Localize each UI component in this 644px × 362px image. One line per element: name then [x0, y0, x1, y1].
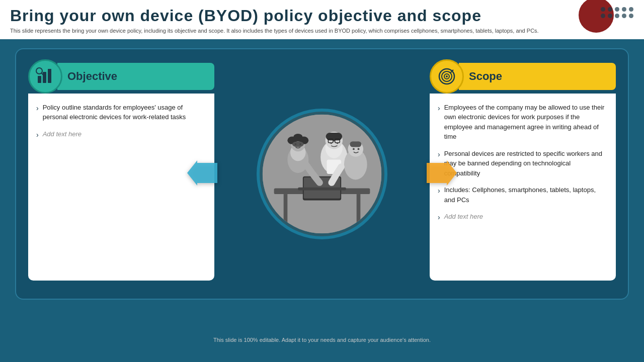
objective-title-bg: Objective: [57, 63, 214, 90]
scope-panel: Scope › Employees of the company may be …: [430, 59, 616, 289]
footer-text: This slide is 100% editable. Adapt it to…: [213, 337, 431, 343]
page-title: Bring your own device (BYOD) policy obje…: [10, 6, 634, 25]
scope-bullet-2: › Personal devices are restricted to spe…: [438, 149, 608, 178]
scope-bullet-arrow-4: ›: [438, 212, 440, 223]
left-arrow-icon: [187, 160, 217, 186]
scope-bullet-3: › Includes: Cellphones, smartphones, tab…: [438, 185, 608, 205]
center-section: [214, 109, 430, 239]
svg-rect-0: [38, 76, 41, 83]
svg-marker-39: [427, 160, 457, 186]
svg-point-37: [353, 148, 355, 150]
svg-rect-2: [48, 69, 51, 83]
center-image: [257, 109, 387, 239]
right-arrow: [427, 160, 457, 188]
svg-rect-1: [43, 72, 46, 83]
scope-title-bg: Scope: [459, 63, 616, 90]
content-box: Objective › Policy outline standards for…: [15, 48, 629, 300]
left-arrow: [187, 160, 217, 188]
objective-card: › Policy outline standards for employees…: [28, 94, 214, 281]
header-dots: [601, 7, 634, 18]
svg-point-32: [337, 142, 338, 144]
svg-point-31: [331, 142, 332, 144]
svg-point-43: [446, 75, 448, 77]
scope-bullet-4: › Add text here: [438, 212, 608, 223]
objective-icon-circle: [28, 59, 62, 94]
scope-bullet-arrow-2: ›: [438, 149, 440, 160]
svg-point-21: [292, 141, 304, 147]
svg-point-23: [299, 143, 301, 145]
scope-icon-circle: [430, 59, 464, 94]
bullet-arrow-icon: ›: [36, 103, 39, 114]
scope-bullet-arrow-1: ›: [438, 103, 440, 114]
svg-rect-14: [298, 187, 346, 190]
bullet-arrow-icon-2: ›: [36, 130, 39, 140]
people-illustration: [260, 112, 384, 236]
scope-icon: [437, 67, 456, 86]
objective-title: Objective: [67, 70, 117, 82]
svg-rect-10: [284, 194, 288, 223]
objective-header: Objective: [28, 59, 214, 94]
right-arrow-icon: [427, 160, 457, 186]
main-content: Objective › Policy outline standards for…: [0, 39, 644, 347]
svg-rect-8: [260, 112, 384, 236]
header: Bring your own device (BYOD) policy obje…: [0, 0, 644, 39]
objective-bullet-2: › Add text here: [36, 129, 206, 140]
header-subtitle: This slide represents the bring your own…: [10, 27, 634, 35]
footer: This slide is 100% editable. Adapt it to…: [0, 337, 644, 343]
svg-point-38: [358, 148, 360, 150]
svg-rect-11: [357, 194, 361, 223]
objective-icon: [36, 67, 55, 86]
objective-panel: Objective › Policy outline standards for…: [28, 59, 214, 289]
scope-bullet-1: › Employees of the company may be allowe…: [438, 103, 608, 142]
svg-marker-5: [187, 160, 217, 186]
objective-bullet-1: › Policy outline standards for employees…: [36, 103, 206, 122]
scope-card: › Employees of the company may be allowe…: [430, 94, 616, 281]
svg-rect-36: [350, 141, 361, 147]
svg-point-22: [295, 143, 297, 145]
scope-title: Scope: [469, 70, 502, 82]
scope-header: Scope: [430, 59, 616, 94]
